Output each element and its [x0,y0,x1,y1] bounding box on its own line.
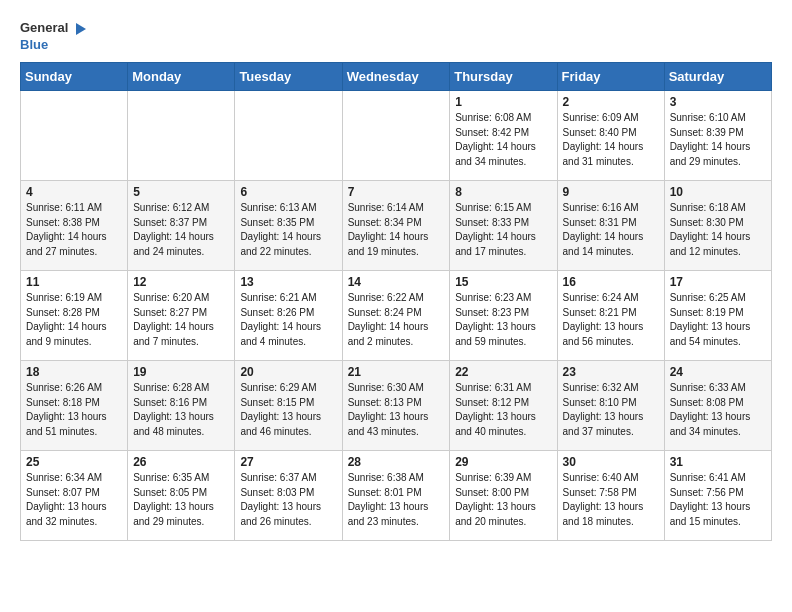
day-number: 17 [670,275,766,289]
weekday-header-monday: Monday [128,63,235,91]
logo: General Blue [20,20,88,52]
day-info: Sunrise: 6:32 AM Sunset: 8:10 PM Dayligh… [563,381,659,439]
day-number: 14 [348,275,445,289]
day-number: 9 [563,185,659,199]
calendar-cell: 22Sunrise: 6:31 AM Sunset: 8:12 PM Dayli… [450,361,557,451]
day-info: Sunrise: 6:22 AM Sunset: 8:24 PM Dayligh… [348,291,445,349]
calendar-week-row: 1Sunrise: 6:08 AM Sunset: 8:42 PM Daylig… [21,91,772,181]
day-number: 27 [240,455,336,469]
day-number: 30 [563,455,659,469]
day-info: Sunrise: 6:35 AM Sunset: 8:05 PM Dayligh… [133,471,229,529]
day-number: 7 [348,185,445,199]
day-info: Sunrise: 6:31 AM Sunset: 8:12 PM Dayligh… [455,381,551,439]
weekday-header-saturday: Saturday [664,63,771,91]
day-info: Sunrise: 6:09 AM Sunset: 8:40 PM Dayligh… [563,111,659,169]
calendar-cell: 23Sunrise: 6:32 AM Sunset: 8:10 PM Dayli… [557,361,664,451]
calendar-cell: 28Sunrise: 6:38 AM Sunset: 8:01 PM Dayli… [342,451,450,541]
weekday-header-wednesday: Wednesday [342,63,450,91]
logo-blue: Blue [20,37,48,52]
day-info: Sunrise: 6:38 AM Sunset: 8:01 PM Dayligh… [348,471,445,529]
day-number: 16 [563,275,659,289]
calendar-cell: 10Sunrise: 6:18 AM Sunset: 8:30 PM Dayli… [664,181,771,271]
day-info: Sunrise: 6:15 AM Sunset: 8:33 PM Dayligh… [455,201,551,259]
day-number: 15 [455,275,551,289]
day-number: 20 [240,365,336,379]
day-info: Sunrise: 6:14 AM Sunset: 8:34 PM Dayligh… [348,201,445,259]
calendar-cell: 3Sunrise: 6:10 AM Sunset: 8:39 PM Daylig… [664,91,771,181]
day-info: Sunrise: 6:11 AM Sunset: 8:38 PM Dayligh… [26,201,122,259]
calendar-cell: 27Sunrise: 6:37 AM Sunset: 8:03 PM Dayli… [235,451,342,541]
day-number: 3 [670,95,766,109]
calendar-cell: 21Sunrise: 6:30 AM Sunset: 8:13 PM Dayli… [342,361,450,451]
weekday-header-friday: Friday [557,63,664,91]
calendar-cell: 16Sunrise: 6:24 AM Sunset: 8:21 PM Dayli… [557,271,664,361]
day-number: 1 [455,95,551,109]
day-number: 5 [133,185,229,199]
day-info: Sunrise: 6:12 AM Sunset: 8:37 PM Dayligh… [133,201,229,259]
calendar-cell: 6Sunrise: 6:13 AM Sunset: 8:35 PM Daylig… [235,181,342,271]
day-info: Sunrise: 6:16 AM Sunset: 8:31 PM Dayligh… [563,201,659,259]
calendar-cell: 9Sunrise: 6:16 AM Sunset: 8:31 PM Daylig… [557,181,664,271]
calendar-cell [235,91,342,181]
calendar-cell: 25Sunrise: 6:34 AM Sunset: 8:07 PM Dayli… [21,451,128,541]
day-info: Sunrise: 6:40 AM Sunset: 7:58 PM Dayligh… [563,471,659,529]
day-number: 24 [670,365,766,379]
calendar-cell: 14Sunrise: 6:22 AM Sunset: 8:24 PM Dayli… [342,271,450,361]
day-info: Sunrise: 6:34 AM Sunset: 8:07 PM Dayligh… [26,471,122,529]
day-number: 6 [240,185,336,199]
day-info: Sunrise: 6:33 AM Sunset: 8:08 PM Dayligh… [670,381,766,439]
calendar-week-row: 18Sunrise: 6:26 AM Sunset: 8:18 PM Dayli… [21,361,772,451]
header: General Blue [20,20,772,52]
weekday-header-tuesday: Tuesday [235,63,342,91]
calendar-cell: 29Sunrise: 6:39 AM Sunset: 8:00 PM Dayli… [450,451,557,541]
calendar-cell: 24Sunrise: 6:33 AM Sunset: 8:08 PM Dayli… [664,361,771,451]
calendar-cell: 8Sunrise: 6:15 AM Sunset: 8:33 PM Daylig… [450,181,557,271]
calendar-cell: 7Sunrise: 6:14 AM Sunset: 8:34 PM Daylig… [342,181,450,271]
day-info: Sunrise: 6:24 AM Sunset: 8:21 PM Dayligh… [563,291,659,349]
day-number: 23 [563,365,659,379]
calendar-cell: 12Sunrise: 6:20 AM Sunset: 8:27 PM Dayli… [128,271,235,361]
day-number: 19 [133,365,229,379]
calendar-cell [21,91,128,181]
day-info: Sunrise: 6:25 AM Sunset: 8:19 PM Dayligh… [670,291,766,349]
weekday-header-row: SundayMondayTuesdayWednesdayThursdayFrid… [21,63,772,91]
calendar-cell [128,91,235,181]
calendar-cell: 11Sunrise: 6:19 AM Sunset: 8:28 PM Dayli… [21,271,128,361]
calendar-cell: 26Sunrise: 6:35 AM Sunset: 8:05 PM Dayli… [128,451,235,541]
calendar-cell: 31Sunrise: 6:41 AM Sunset: 7:56 PM Dayli… [664,451,771,541]
day-number: 11 [26,275,122,289]
day-number: 22 [455,365,551,379]
calendar-cell: 30Sunrise: 6:40 AM Sunset: 7:58 PM Dayli… [557,451,664,541]
day-info: Sunrise: 6:39 AM Sunset: 8:00 PM Dayligh… [455,471,551,529]
day-info: Sunrise: 6:30 AM Sunset: 8:13 PM Dayligh… [348,381,445,439]
calendar-week-row: 4Sunrise: 6:11 AM Sunset: 8:38 PM Daylig… [21,181,772,271]
day-number: 29 [455,455,551,469]
calendar-cell: 17Sunrise: 6:25 AM Sunset: 8:19 PM Dayli… [664,271,771,361]
calendar-cell: 5Sunrise: 6:12 AM Sunset: 8:37 PM Daylig… [128,181,235,271]
day-number: 31 [670,455,766,469]
day-number: 13 [240,275,336,289]
calendar-table: SundayMondayTuesdayWednesdayThursdayFrid… [20,62,772,541]
day-info: Sunrise: 6:23 AM Sunset: 8:23 PM Dayligh… [455,291,551,349]
calendar-cell: 20Sunrise: 6:29 AM Sunset: 8:15 PM Dayli… [235,361,342,451]
calendar-cell: 13Sunrise: 6:21 AM Sunset: 8:26 PM Dayli… [235,271,342,361]
day-number: 2 [563,95,659,109]
weekday-header-thursday: Thursday [450,63,557,91]
day-number: 21 [348,365,445,379]
calendar-cell: 1Sunrise: 6:08 AM Sunset: 8:42 PM Daylig… [450,91,557,181]
day-number: 4 [26,185,122,199]
weekday-header-sunday: Sunday [21,63,128,91]
day-info: Sunrise: 6:18 AM Sunset: 8:30 PM Dayligh… [670,201,766,259]
calendar-cell: 4Sunrise: 6:11 AM Sunset: 8:38 PM Daylig… [21,181,128,271]
day-number: 26 [133,455,229,469]
calendar-cell: 18Sunrise: 6:26 AM Sunset: 8:18 PM Dayli… [21,361,128,451]
logo-arrow-icon [72,21,88,37]
calendar-week-row: 25Sunrise: 6:34 AM Sunset: 8:07 PM Dayli… [21,451,772,541]
day-info: Sunrise: 6:41 AM Sunset: 7:56 PM Dayligh… [670,471,766,529]
logo-text: General Blue [20,20,88,52]
day-info: Sunrise: 6:28 AM Sunset: 8:16 PM Dayligh… [133,381,229,439]
calendar-cell: 15Sunrise: 6:23 AM Sunset: 8:23 PM Dayli… [450,271,557,361]
day-info: Sunrise: 6:29 AM Sunset: 8:15 PM Dayligh… [240,381,336,439]
day-number: 12 [133,275,229,289]
day-info: Sunrise: 6:37 AM Sunset: 8:03 PM Dayligh… [240,471,336,529]
